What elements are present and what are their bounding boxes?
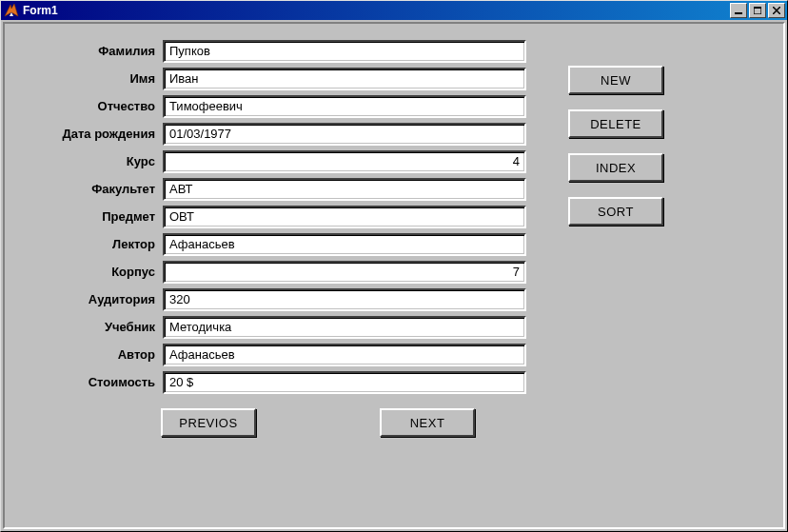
value-room: 320 [169,292,190,306]
value-subject: ОВТ [169,209,194,224]
value-author: Афанасьев [169,347,235,362]
label-surname: Фамилия [31,44,163,58]
client-area: Фамилия Пупков Имя Иван Отчество Тимофее… [3,22,785,529]
value-birthdate: 01/03/1977 [169,127,231,141]
next-button[interactable]: NEXT [380,408,475,437]
close-button[interactable] [768,3,785,18]
titlebar[interactable]: Form1 [1,1,787,20]
sort-button[interactable]: SORT [568,197,663,226]
value-cost: 20 $ [169,375,193,389]
window-title: Form1 [23,4,728,17]
index-button[interactable]: INDEX [568,153,663,182]
side-buttons: NEW DELETE INDEX SORT [568,66,663,226]
label-author: Автор [31,347,163,362]
label-building: Корпус [31,265,163,279]
window-controls [728,3,785,18]
label-textbook: Учебник [31,320,163,334]
label-name: Имя [31,71,163,86]
label-birthdate: Дата рождения [31,127,163,141]
label-lecturer: Лектор [31,237,163,251]
value-lecturer: Афанасьев [169,237,235,251]
value-course: 4 [513,154,520,168]
field-building[interactable]: 7 [163,261,526,284]
value-faculty: АВТ [169,182,192,196]
label-subject: Предмет [31,209,163,224]
value-building: 7 [513,265,520,279]
form-area: Фамилия Пупков Имя Иван Отчество Тимофее… [31,37,526,396]
minimize-button[interactable] [730,3,747,18]
maximize-button[interactable] [749,3,766,18]
nav-buttons: PREVIOS NEXT [161,408,475,437]
field-name[interactable]: Иван [163,68,526,90]
field-lecturer[interactable]: Афанасьев [163,233,526,256]
field-patronymic[interactable]: Тимофеевич [163,95,526,118]
label-room: Аудитория [31,292,163,306]
field-course[interactable]: 4 [163,150,526,173]
field-room[interactable]: 320 [163,288,526,311]
label-cost: Стоимость [31,375,163,389]
svg-rect-4 [754,7,761,9]
value-patronymic: Тимофеевич [169,99,243,113]
field-textbook[interactable]: Методичка [163,316,526,339]
app-icon [4,3,19,18]
value-textbook: Методичка [169,320,231,334]
label-patronymic: Отчество [31,99,163,113]
previous-button[interactable]: PREVIOS [161,408,256,437]
field-author[interactable]: Афанасьев [163,344,526,366]
label-faculty: Факультет [31,182,163,196]
value-surname: Пупков [169,44,210,58]
value-name: Иван [169,71,199,86]
field-faculty[interactable]: АВТ [163,178,526,201]
field-surname[interactable]: Пупков [163,40,526,63]
field-cost[interactable]: 20 $ [163,371,526,394]
field-subject[interactable]: ОВТ [163,206,526,228]
label-course: Курс [31,154,163,168]
new-button[interactable]: NEW [568,66,663,94]
svg-rect-2 [735,12,742,14]
delete-button[interactable]: DELETE [568,109,663,138]
app-window: Form1 Фамилия Пупков Имя Иван [0,0,788,532]
field-birthdate[interactable]: 01/03/1977 [163,123,526,146]
